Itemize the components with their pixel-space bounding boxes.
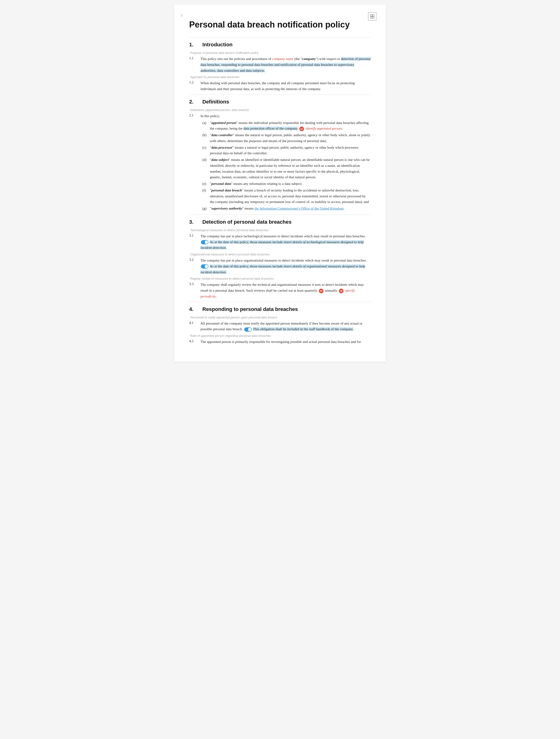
- def-appointed-person: (a) "appointed person" means the individ…: [200, 120, 371, 132]
- section-2-number: 2.: [189, 99, 198, 105]
- list-marker-d: (d): [202, 157, 208, 180]
- clause-4-1: 4.1 All personnel of the company must no…: [189, 321, 371, 332]
- clause-num-1-2: 1.2: [189, 80, 198, 92]
- list-marker-e: (e): [202, 181, 208, 187]
- clause-body-4-2: The appointed person is primarily respon…: [200, 339, 371, 345]
- clause-num-3-1: 3.1: [189, 233, 198, 251]
- placeholder-periodicity: specify periodicity: [200, 289, 355, 298]
- svg-rect-1: [373, 15, 374, 16]
- section-3-number: 3.: [189, 219, 198, 225]
- clause-body-3-1: The company has put in place technologic…: [200, 233, 371, 251]
- subsection-label-3-2: Organisational measures to detect person…: [189, 253, 371, 256]
- section-4-heading: Responding to personal data breaches: [202, 306, 298, 312]
- toggle-3-2[interactable]: [201, 264, 208, 269]
- toggle-4-1[interactable]: [244, 327, 252, 332]
- list-marker-g: (g): [202, 205, 208, 211]
- def-personal-data-breach: (f) "personal data breach" means a breac…: [200, 187, 371, 205]
- clause-body-1-1: This policy sets out the policies and pr…: [200, 56, 371, 73]
- clause-body-4-1: All personnel of the company must notify…: [200, 321, 371, 332]
- def-appointed-person-content: "appointed person" means the individual …: [210, 120, 371, 132]
- subsection-label-3-3: Regular review of measures to detect per…: [189, 277, 371, 280]
- def-data-processor-content: "data processor" means a natural or lega…: [210, 145, 371, 156]
- comment-badge-quarterly[interactable]: or: [319, 289, 323, 293]
- svg-rect-3: [373, 17, 374, 18]
- clause-1-1: 1.1 This policy sets out the policies an…: [189, 56, 371, 73]
- clause-num-3-2: 3.2: [189, 258, 198, 275]
- subsection-label-2-1: Definitions (appointed person, data brea…: [189, 108, 371, 112]
- section-4-number: 4.: [189, 306, 198, 312]
- subsection-label-1-2: Approach to personal data breaches: [189, 75, 371, 79]
- svg-rect-2: [370, 17, 372, 18]
- subsection-label-3-1: Technological measures to detect persona…: [189, 229, 371, 232]
- section-2-heading: Definitions: [202, 99, 229, 105]
- def-data-processor: (c) "data processor" means a natural or …: [200, 145, 371, 156]
- highlight-3-2: As at the date of this policy, those mea…: [200, 264, 365, 274]
- clause-body-3-3: The company shall regularly review the t…: [200, 282, 371, 299]
- list-marker-b: (b): [202, 132, 208, 144]
- grid-icon[interactable]: [368, 12, 377, 21]
- clause-num-1-1: 1.1: [189, 56, 198, 73]
- highlight-4-1: This obligation shall be included in the…: [253, 327, 354, 331]
- clause-num-3-3: 3.3: [189, 282, 198, 299]
- highlight-dpo: data protection officer of the company: [244, 127, 298, 130]
- section-2-header: 2. Definitions: [189, 94, 371, 106]
- section-1-heading: Introduction: [202, 42, 233, 48]
- clause-num-4-2: 4.2: [189, 339, 198, 345]
- svg-rect-0: [370, 15, 372, 16]
- clause-body-3-2: The company has put in place organisatio…: [200, 258, 371, 275]
- def-data-subject-content: "data subject" means an identified or id…: [210, 157, 371, 180]
- clause-num-4-1: 4.1: [189, 321, 198, 332]
- list-marker-a: (a): [202, 120, 208, 132]
- list-marker-c: (c): [202, 145, 208, 156]
- clause-4-2: 4.2 The appointed person is primarily re…: [189, 339, 371, 345]
- subsection-label-1-1: Purpose of personal data breach notifica…: [189, 51, 371, 54]
- clause-3-3: 3.3 The company shall regularly review t…: [189, 282, 371, 299]
- page-container: 3 Personal data breach notification poli…: [174, 5, 386, 362]
- section-1-number: 1.: [189, 42, 198, 48]
- def-data-controller-content: "data controller" means the natural or l…: [210, 132, 371, 144]
- section-4-header: 4. Responding to personal data breaches: [189, 302, 371, 314]
- highlight-3-1: As at the date of this policy, those mea…: [200, 240, 364, 250]
- subsection-label-4-1: Personnel to notify appointed person upo…: [189, 316, 371, 319]
- clause-num-2-1: 2.1: [189, 113, 198, 212]
- ico-link[interactable]: the Information Commissioner's Office of…: [254, 206, 343, 210]
- clause-3-1: 3.1 The company has put in place technol…: [189, 233, 371, 251]
- clause-body-1-2: When dealing with personal data breaches…: [200, 80, 371, 92]
- def-data-controller: (b) "data controller" means the natural …: [200, 132, 371, 144]
- section-3-heading: Detection of personal data breaches: [202, 219, 292, 225]
- def-personal-data-content: "personal data" means any information re…: [210, 181, 371, 187]
- def-supervisory-authority-content: "supervisory authority" means the Inform…: [210, 205, 371, 211]
- def-supervisory-authority: (g) "supervisory authority" means the In…: [200, 205, 371, 211]
- clause-3-2: 3.2 The company has put in place organis…: [189, 258, 371, 275]
- placeholder-appointed: identify appointed person: [305, 127, 341, 130]
- clause-1-2: 1.2 When dealing with personal data brea…: [189, 80, 371, 92]
- section-1-header: 1. Introduction: [189, 37, 371, 49]
- doc-title: Personal data breach notification policy: [189, 20, 371, 30]
- toggle-3-1[interactable]: [201, 240, 208, 244]
- clause-body-2-1: In this policy: (a) "appointed person" m…: [200, 113, 371, 212]
- subsection-label-4-2: Role of appointed person regarding perso…: [189, 334, 371, 337]
- def-personal-data-breach-content: "personal data breach" means a breach of…: [210, 187, 371, 205]
- comment-badge-annually[interactable]: or: [339, 289, 343, 293]
- page-number: 3: [181, 14, 182, 17]
- clause-2-1: 2.1 In this policy: (a) "appointed perso…: [189, 113, 371, 212]
- company-name-placeholder: company name: [272, 57, 293, 61]
- def-personal-data: (e) "personal data" means any informatio…: [200, 181, 371, 187]
- section-3-header: 3. Detection of personal data breaches: [189, 214, 371, 227]
- list-marker-f: (f): [202, 187, 208, 205]
- def-data-subject: (d) "data subject" means an identified o…: [200, 157, 371, 180]
- comment-badge-a[interactable]: or: [299, 127, 304, 131]
